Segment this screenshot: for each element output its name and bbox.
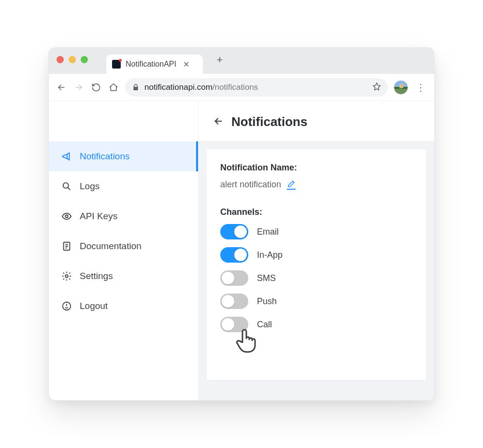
sidebar-item-label: Notifications — [80, 151, 130, 162]
sidebar-item-label: API Keys — [80, 211, 117, 222]
new-tab-button[interactable]: + — [213, 53, 227, 67]
bookmark-button[interactable] — [372, 82, 381, 93]
page-header: Notifications — [199, 101, 434, 141]
notification-name-value: alert notification — [220, 180, 281, 190]
channel-label: SMS — [257, 273, 276, 283]
toggle-push[interactable] — [220, 294, 248, 309]
toggle-sms[interactable] — [220, 270, 248, 286]
channel-label: Call — [257, 320, 272, 330]
main-area: Notifications Notification Name: alert n… — [199, 101, 434, 400]
omnibox[interactable]: notificationapi.com/notifications — [125, 78, 388, 97]
notification-panel: Notification Name: alert notification Ch… — [206, 149, 426, 380]
close-window-button[interactable] — [57, 56, 64, 63]
channel-label: Push — [257, 296, 277, 307]
channel-label: Email — [257, 227, 279, 237]
sidebar: Notifications Logs API Keys Documentatio… — [49, 101, 199, 400]
channel-label: In-App — [257, 250, 283, 260]
sidebar-item-label: Logout — [80, 301, 108, 311]
channel-row-sms: SMS — [220, 270, 412, 286]
svg-point-1 — [65, 215, 68, 218]
sidebar-item-logout[interactable]: Logout — [49, 291, 198, 321]
toggle-call[interactable] — [220, 317, 248, 332]
browser-menu-button[interactable]: ⋮ — [414, 83, 427, 92]
url-path: /notifications — [213, 83, 258, 92]
close-tab-button[interactable]: ✕ — [181, 59, 191, 70]
tab-bar: NotificationAPI ✕ + — [49, 48, 434, 74]
gear-icon — [61, 271, 72, 281]
back-button[interactable] — [56, 82, 67, 93]
page-title: Notifications — [231, 114, 307, 129]
url-text: notificationapi.com/notifications — [144, 83, 368, 92]
svg-point-3 — [65, 275, 68, 278]
home-button[interactable] — [108, 82, 119, 93]
pencil-icon — [287, 180, 296, 188]
channel-row-call: Call — [220, 317, 412, 332]
browser-tab[interactable]: NotificationAPI ✕ — [106, 55, 203, 74]
tab-title: NotificationAPI — [126, 60, 176, 69]
edit-name-button[interactable] — [287, 180, 296, 190]
address-bar: notificationapi.com/notifications ⋮ — [49, 74, 434, 101]
forward-button[interactable] — [73, 82, 85, 93]
tab-favicon — [112, 60, 121, 69]
maximize-window-button[interactable] — [81, 56, 88, 63]
logout-icon — [61, 301, 72, 311]
document-icon — [61, 241, 72, 252]
toggle-email[interactable] — [220, 224, 248, 239]
eye-icon — [61, 211, 72, 222]
name-row: alert notification — [220, 180, 412, 190]
toggle-inapp[interactable] — [220, 247, 248, 263]
channels-list: Email In-App SMS Push — [220, 224, 412, 332]
window-controls — [57, 56, 88, 63]
sidebar-item-label: Documentation — [80, 241, 142, 252]
sidebar-item-label: Settings — [80, 271, 113, 281]
channel-row-push: Push — [220, 294, 412, 309]
sidebar-item-notifications[interactable]: Notifications — [49, 141, 198, 171]
minimize-window-button[interactable] — [69, 56, 76, 63]
cursor-pointer-icon — [235, 328, 258, 357]
url-host: notificationapi.com — [144, 83, 213, 92]
panel-container: Notification Name: alert notification Ch… — [199, 141, 434, 400]
reload-button[interactable] — [90, 82, 102, 93]
app-content: Notifications Logs API Keys Documentatio… — [49, 101, 434, 400]
name-field-label: Notification Name: — [220, 163, 412, 173]
sidebar-item-label: Logs — [80, 181, 99, 192]
sidebar-item-settings[interactable]: Settings — [49, 261, 198, 291]
sidebar-item-documentation[interactable]: Documentation — [49, 231, 198, 261]
browser-window: NotificationAPI ✕ + notificationapi.com/… — [48, 47, 435, 401]
megaphone-icon — [61, 151, 72, 162]
channels-field-label: Channels: — [220, 207, 412, 217]
svg-point-0 — [63, 183, 69, 188]
profile-avatar[interactable] — [394, 80, 408, 95]
lock-icon — [132, 84, 140, 91]
channel-row-email: Email — [220, 224, 412, 239]
page-back-button[interactable] — [213, 116, 224, 128]
channel-row-inapp: In-App — [220, 247, 412, 263]
search-icon — [61, 181, 72, 192]
sidebar-item-logs[interactable]: Logs — [49, 171, 198, 201]
sidebar-item-api-keys[interactable]: API Keys — [49, 201, 198, 231]
